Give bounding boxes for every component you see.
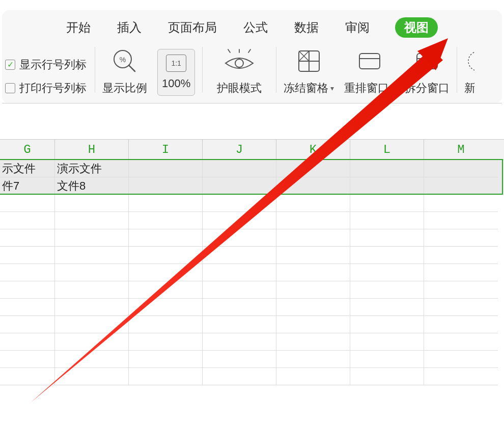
arrange-windows-button[interactable]: 重排窗口 ▾ bbox=[339, 44, 400, 96]
cell[interactable] bbox=[0, 195, 55, 212]
cell[interactable] bbox=[55, 368, 129, 385]
cell[interactable] bbox=[0, 247, 55, 264]
cell[interactable] bbox=[0, 229, 55, 247]
cell[interactable] bbox=[424, 160, 498, 177]
sheet-row[interactable] bbox=[0, 195, 504, 212]
col-header-k[interactable]: K bbox=[276, 140, 350, 160]
cell[interactable] bbox=[350, 160, 424, 177]
cell[interactable] bbox=[276, 299, 350, 316]
cell[interactable] bbox=[276, 229, 350, 247]
cell[interactable] bbox=[276, 160, 350, 177]
sheet-row[interactable] bbox=[0, 281, 504, 299]
cell[interactable] bbox=[424, 177, 498, 195]
sheet-row[interactable] bbox=[0, 212, 504, 229]
cell[interactable] bbox=[129, 212, 203, 229]
cell[interactable] bbox=[203, 229, 276, 247]
cell[interactable] bbox=[424, 264, 498, 281]
cell[interactable] bbox=[203, 247, 276, 264]
cell[interactable] bbox=[424, 281, 498, 299]
cell[interactable] bbox=[129, 333, 203, 351]
cell[interactable] bbox=[203, 299, 276, 316]
cell[interactable] bbox=[129, 195, 203, 212]
cell[interactable] bbox=[129, 160, 203, 177]
sheet-row[interactable]: 件7 文件8 bbox=[0, 177, 504, 195]
spreadsheet[interactable]: G H I J K L M 示文件 演示文件 件7 文件8 bbox=[0, 139, 504, 385]
cell[interactable] bbox=[55, 299, 129, 316]
tab-layout[interactable]: 页面布局 bbox=[168, 19, 217, 36]
cell[interactable] bbox=[276, 177, 350, 195]
cell[interactable] bbox=[129, 264, 203, 281]
cell[interactable] bbox=[129, 316, 203, 333]
cell[interactable] bbox=[129, 351, 203, 368]
cell[interactable] bbox=[55, 212, 129, 229]
sheet-row[interactable] bbox=[0, 299, 504, 316]
cell[interactable] bbox=[424, 212, 498, 229]
tab-start[interactable]: 开始 bbox=[66, 19, 91, 36]
cell[interactable]: 文件8 bbox=[55, 177, 129, 195]
cell[interactable] bbox=[350, 333, 424, 351]
cell[interactable] bbox=[424, 316, 498, 333]
sheet-row[interactable] bbox=[0, 333, 504, 351]
cell[interactable] bbox=[0, 264, 55, 281]
cell[interactable] bbox=[0, 299, 55, 316]
sheet-row[interactable]: 示文件 演示文件 bbox=[0, 160, 504, 177]
cell[interactable] bbox=[424, 368, 498, 385]
sheet-row[interactable] bbox=[0, 351, 504, 368]
cell[interactable] bbox=[129, 177, 203, 195]
tab-data[interactable]: 数据 bbox=[294, 19, 319, 36]
cell[interactable] bbox=[424, 333, 498, 351]
cell[interactable] bbox=[350, 368, 424, 385]
cell[interactable] bbox=[424, 299, 498, 316]
cell[interactable] bbox=[350, 195, 424, 212]
cell[interactable] bbox=[0, 316, 55, 333]
sheet-row[interactable] bbox=[0, 316, 504, 333]
tab-formula[interactable]: 公式 bbox=[243, 19, 268, 36]
cell[interactable] bbox=[276, 281, 350, 299]
cell[interactable] bbox=[203, 351, 276, 368]
cell[interactable] bbox=[203, 177, 276, 195]
cell[interactable] bbox=[350, 281, 424, 299]
cell[interactable] bbox=[350, 316, 424, 333]
cell[interactable] bbox=[276, 368, 350, 385]
cell[interactable] bbox=[0, 368, 55, 385]
cell[interactable] bbox=[203, 264, 276, 281]
new-window-button[interactable]: 新建 bbox=[459, 44, 474, 96]
col-header-g[interactable]: G bbox=[0, 140, 55, 160]
cell[interactable]: 示文件 bbox=[0, 160, 55, 177]
cell[interactable] bbox=[203, 368, 276, 385]
cell[interactable] bbox=[350, 212, 424, 229]
cell[interactable] bbox=[276, 195, 350, 212]
zoom-100-button[interactable]: 1:1 100% bbox=[152, 47, 200, 96]
print-headers-option[interactable]: 打印行号列标 bbox=[5, 81, 87, 96]
cell[interactable] bbox=[129, 299, 203, 316]
cell[interactable] bbox=[350, 247, 424, 264]
cell[interactable]: 件7 bbox=[0, 177, 55, 195]
cell[interactable] bbox=[276, 247, 350, 264]
cell[interactable] bbox=[55, 264, 129, 281]
freeze-panes-button[interactable]: 冻结窗格 ▾ bbox=[278, 44, 339, 96]
cell[interactable] bbox=[203, 195, 276, 212]
cell[interactable] bbox=[424, 247, 498, 264]
sheet-row[interactable] bbox=[0, 264, 504, 281]
cell[interactable] bbox=[424, 351, 498, 368]
cell[interactable] bbox=[350, 299, 424, 316]
cell[interactable] bbox=[350, 229, 424, 247]
cell[interactable] bbox=[55, 351, 129, 368]
sheet-row[interactable] bbox=[0, 247, 504, 264]
cell[interactable] bbox=[0, 333, 55, 351]
cell[interactable] bbox=[276, 316, 350, 333]
sheet-row[interactable] bbox=[0, 229, 504, 247]
cell[interactable] bbox=[203, 316, 276, 333]
cell[interactable] bbox=[203, 333, 276, 351]
cell[interactable] bbox=[55, 229, 129, 247]
cell[interactable] bbox=[276, 333, 350, 351]
cell[interactable] bbox=[350, 264, 424, 281]
cell[interactable] bbox=[55, 333, 129, 351]
split-window-button[interactable]: 拆分窗口 bbox=[400, 44, 455, 96]
cell[interactable]: 演示文件 bbox=[55, 160, 129, 177]
cell[interactable] bbox=[276, 351, 350, 368]
cell[interactable] bbox=[424, 195, 498, 212]
col-header-h[interactable]: H bbox=[55, 140, 129, 160]
grid-area[interactable]: 示文件 演示文件 件7 文件8 bbox=[0, 160, 504, 385]
cell[interactable] bbox=[55, 281, 129, 299]
